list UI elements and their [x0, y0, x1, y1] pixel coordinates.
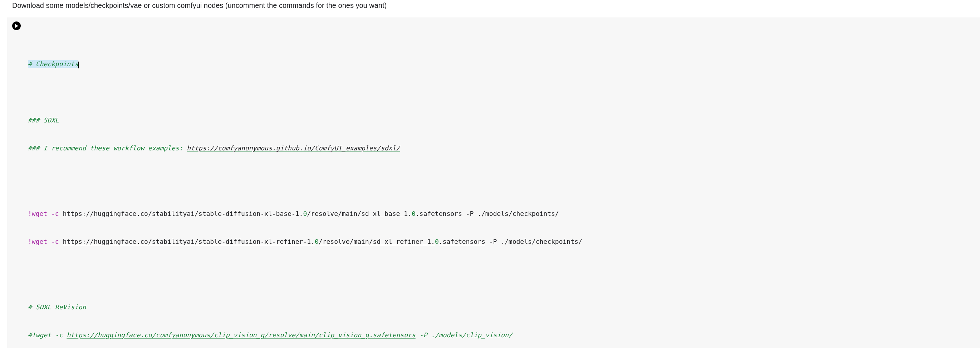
code-line: ### I recommend these workflow examples:… [28, 144, 977, 153]
play-icon [14, 22, 19, 30]
code-line: !wget -c https://huggingface.co/stabilit… [28, 209, 977, 219]
cell-gutter [7, 19, 26, 30]
code-line: ### SDXL [28, 116, 977, 125]
code-line [28, 88, 977, 97]
ruler-line [329, 19, 329, 348]
code-line: # SDXL ReVision [28, 303, 977, 312]
code-line: # Checkpoints [28, 60, 78, 68]
run-button[interactable] [12, 21, 21, 30]
cell-heading: Download some models/checkpoints/vae or … [0, 0, 980, 17]
code-cell: # Checkpoints ### SDXL ### I recommend t… [7, 17, 980, 348]
code-line: #!wget -c https://huggingface.co/comfyan… [28, 330, 977, 340]
code-editor[interactable]: # Checkpoints ### SDXL ### I recommend t… [26, 19, 980, 348]
code-line [28, 275, 977, 284]
code-line [28, 172, 977, 181]
code-line: !wget -c https://huggingface.co/stabilit… [28, 237, 977, 246]
text-cursor [78, 62, 79, 69]
